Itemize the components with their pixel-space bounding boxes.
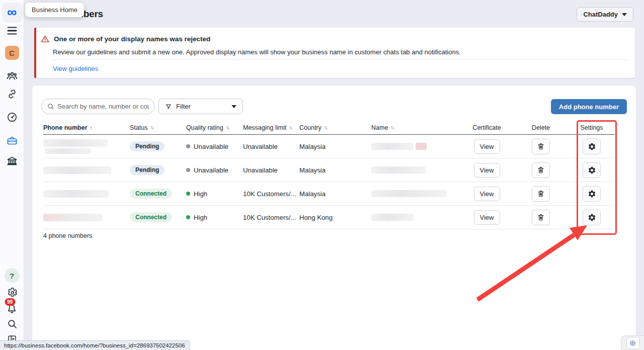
sidebar-item-business-tools[interactable] [6, 135, 18, 147]
col-certificate: Certificate [460, 124, 513, 131]
view-certificate-button[interactable]: View [474, 210, 500, 225]
col-settings: Settings [569, 124, 615, 131]
business-avatar[interactable]: C [5, 46, 19, 60]
account-switcher[interactable]: ChatDaddy [577, 7, 633, 22]
trash-icon [537, 213, 545, 221]
sort-icon: ↑↓ [226, 125, 229, 130]
globe-icon [628, 339, 637, 347]
menu-hamburger-icon[interactable] [7, 27, 17, 34]
table-row: Pending Unavailable Unavailable Malaysia… [43, 158, 615, 182]
people-icon [6, 70, 18, 82]
col-country[interactable]: Country↑↓ [299, 124, 371, 131]
view-certificate-button[interactable]: View [474, 187, 500, 201]
funnel-icon [165, 103, 172, 110]
sort-icon: ↑↓ [390, 125, 393, 130]
account-name: ChatDaddy [583, 11, 618, 18]
view-guidelines-link[interactable]: View guidelines [53, 65, 98, 72]
messaging-limit-value: Unavailable [243, 166, 299, 174]
status-badge: Pending [130, 141, 165, 151]
view-certificate-button[interactable]: View [474, 163, 500, 178]
settings-button[interactable] [583, 139, 601, 154]
view-certificate-button[interactable]: View [474, 139, 500, 154]
gauge-icon [6, 111, 18, 123]
trash-icon [537, 166, 545, 174]
redacted-phone-number [43, 166, 111, 174]
delete-button[interactable] [532, 162, 550, 178]
col-delete: Delete [513, 124, 569, 131]
country-value: Malaysia [299, 143, 371, 150]
notification-badge: 99 [5, 298, 15, 306]
status-badge: Pending [130, 165, 165, 175]
settings-button[interactable] [583, 162, 601, 178]
business-home-tooltip: Business Home [25, 3, 84, 17]
sidebar-item-help[interactable]: ? [5, 268, 20, 283]
gear-icon [6, 287, 18, 299]
col-messaging-limit[interactable]: Messaging limit↑↓ [243, 124, 299, 131]
sidebar-item-settings[interactable] [6, 287, 18, 299]
settings-button[interactable] [583, 186, 601, 202]
quality-dot-icon [186, 168, 190, 172]
redacted-name [371, 143, 460, 150]
phone-numbers-table: Phone number↑ Status↑↓ Quality rating↑↓ … [43, 121, 615, 229]
sidebar-item-people[interactable] [6, 70, 18, 82]
search-box[interactable] [41, 99, 155, 114]
redacted-name [371, 214, 460, 221]
trash-icon [537, 142, 545, 150]
delete-button[interactable] [532, 210, 550, 225]
filter-dropdown[interactable]: Filter [158, 99, 243, 114]
meta-infinity-icon: ∞ [7, 6, 17, 19]
chevron-down-icon [622, 13, 627, 16]
settings-button[interactable] [583, 210, 601, 225]
globe-button[interactable] [626, 337, 639, 349]
quality-value: High [194, 214, 207, 221]
warning-triangle-icon [40, 34, 50, 44]
sort-asc-icon: ↑ [90, 125, 93, 131]
display-name-rejected-banner: One or more of your display names was re… [34, 28, 635, 78]
meta-logo[interactable]: ∞ [2, 3, 22, 23]
status-badge: Connected [130, 212, 172, 222]
trash-icon [537, 190, 545, 198]
table-toolbar: Filter Add phone number [41, 99, 627, 114]
row-count-label: 4 phone numbers [43, 232, 92, 239]
quality-dot-icon [186, 144, 190, 148]
help-icon: ? [5, 268, 20, 283]
redacted-phone-number [43, 190, 109, 198]
filter-label: Filter [176, 103, 191, 110]
redacted-phone-number [43, 214, 103, 221]
gear-icon [588, 190, 596, 198]
quality-value: Unavailable [194, 143, 228, 150]
banner-divider [53, 59, 627, 60]
delete-button[interactable] [532, 139, 550, 154]
sidebar-item-search[interactable] [6, 318, 18, 330]
messaging-limit-value: 10K Customers/... [243, 214, 299, 221]
quality-dot-icon [186, 192, 190, 196]
gear-icon [588, 213, 596, 222]
sidebar-item-notifications[interactable]: 99 [0, 303, 24, 315]
sidebar-item-links[interactable] [6, 88, 18, 100]
left-sidebar: ∞ C ? [0, 0, 24, 350]
banner-title: One or more of your display names was re… [54, 35, 210, 43]
quality-dot-icon [186, 215, 190, 219]
add-phone-number-button[interactable]: Add phone number [551, 99, 627, 114]
gear-icon [588, 166, 596, 174]
sidebar-item-performance[interactable] [6, 111, 18, 123]
bank-icon [6, 155, 18, 167]
table-row: Connected High 10K Customers/... Hong Ko… [43, 206, 615, 229]
search-icon [6, 318, 18, 330]
delete-button[interactable] [532, 186, 550, 202]
search-input[interactable] [57, 103, 149, 110]
col-quality-rating[interactable]: Quality rating↑↓ [186, 124, 243, 131]
messaging-limit-value: 10K Customers/... [243, 190, 299, 198]
col-name[interactable]: Name↑↓ [371, 124, 460, 131]
quality-value: High [194, 190, 207, 198]
status-badge: Connected [130, 189, 172, 199]
banner-body: Review our guidelines and submit a new o… [53, 48, 461, 56]
search-icon [47, 103, 54, 110]
quality-value: Unavailable [194, 166, 228, 174]
country-value: Hong Kong [299, 214, 371, 221]
sidebar-item-billing[interactable] [6, 155, 18, 167]
phone-numbers-card: Filter Add phone number Phone number↑ St… [32, 85, 636, 350]
browser-status-bar: https://business.facebook.com/home/?busi… [0, 340, 190, 350]
col-status[interactable]: Status↑↓ [130, 124, 186, 131]
col-phone-number[interactable]: Phone number↑ [43, 124, 130, 131]
